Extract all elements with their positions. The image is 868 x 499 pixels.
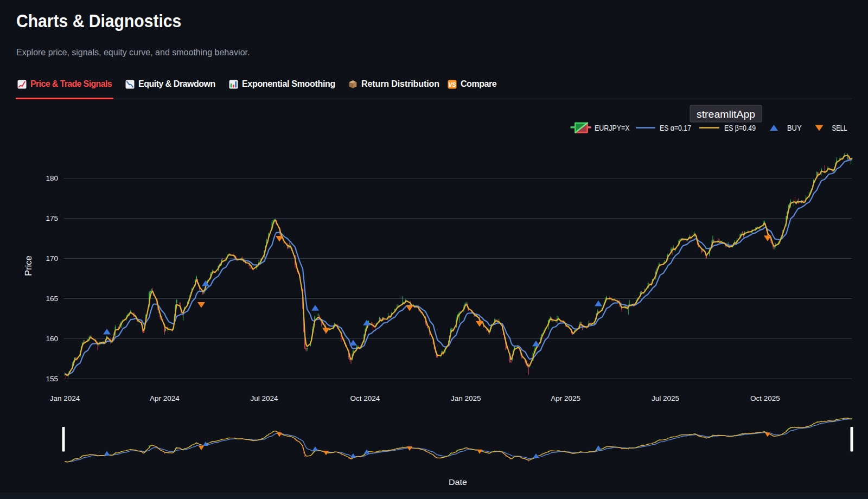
svg-text:ES β=0.49: ES β=0.49 [724,124,756,132]
svg-text:175: 175 [46,214,58,222]
svg-text:Oct 2025: Oct 2025 [750,394,780,402]
svg-text:160: 160 [46,335,58,343]
svg-text:170: 170 [46,254,58,263]
svg-text:Date: Date [449,477,467,487]
svg-text:ES α=0.17: ES α=0.17 [660,124,691,132]
svg-text:SELL: SELL [832,124,847,132]
svg-text:Jan 2024: Jan 2024 [50,394,80,402]
svg-text:165: 165 [46,295,58,303]
svg-text:EURJPY=X: EURJPY=X [595,124,630,132]
svg-text:streamlitApp: streamlitApp [697,109,755,120]
svg-text:Jul 2024: Jul 2024 [251,394,279,402]
svg-text:Apr 2025: Apr 2025 [551,394,580,402]
svg-text:Oct 2024: Oct 2024 [350,394,380,402]
svg-text:155: 155 [46,375,58,383]
svg-text:Price: Price [23,255,33,276]
svg-text:Jul 2025: Jul 2025 [652,394,679,402]
svg-text:180: 180 [46,174,58,182]
svg-text:Jan 2025: Jan 2025 [451,394,481,402]
svg-text:BUY: BUY [787,124,802,132]
svg-text:Apr 2024: Apr 2024 [150,394,180,402]
